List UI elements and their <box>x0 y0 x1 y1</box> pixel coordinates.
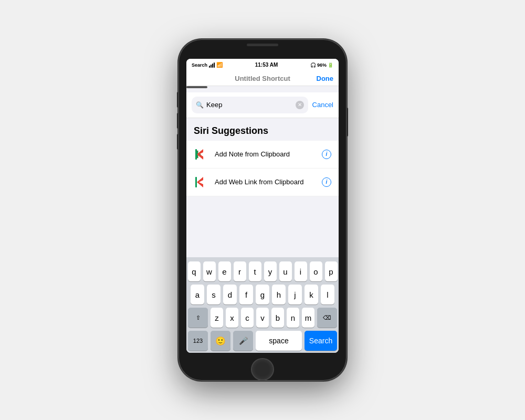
key-m[interactable]: m <box>302 308 314 328</box>
shift-key[interactable]: ⇧ <box>188 308 208 328</box>
emoji-key[interactable]: 🙂 <box>211 331 230 351</box>
numbers-key[interactable]: 123 <box>188 331 208 351</box>
key-v[interactable]: v <box>256 308 269 328</box>
search-button[interactable]: Search <box>304 331 337 351</box>
key-s[interactable]: s <box>207 285 220 304</box>
key-b[interactable]: b <box>271 308 284 328</box>
key-p[interactable]: p <box>325 261 338 281</box>
keyboard-row-4: 123 🙂 🎤 space Search <box>188 331 337 351</box>
key-r[interactable]: r <box>234 261 246 281</box>
search-status-text: Search <box>192 62 207 68</box>
keyboard-row-3: ⇧ z x c v b n m ⌫ <box>188 308 337 328</box>
keep-icon-2 <box>194 175 208 190</box>
keyboard: q w e r t y u i o p a s d f g h j k <box>186 257 339 353</box>
svg-rect-3 <box>195 149 197 160</box>
suggestion-text-2: Add Web Link from Clipboard <box>215 178 316 186</box>
key-h[interactable]: h <box>272 285 286 304</box>
keyboard-row-1: q w e r t y u i o p <box>188 261 337 281</box>
pull-handle <box>186 86 207 88</box>
nav-title: Untitled Shortcut <box>235 75 290 82</box>
microphone-key[interactable]: 🎤 <box>233 331 253 351</box>
phone-screen: Search 📶 11:53 AM 🎧 96% 🔋 Untitled Short… <box>186 59 339 353</box>
battery-percentage: 96% <box>317 62 327 68</box>
key-d[interactable]: d <box>223 285 237 304</box>
keep-icon-1: K K <box>194 147 208 162</box>
search-icon: 🔍 <box>196 101 204 109</box>
speaker <box>247 44 278 46</box>
search-query-text[interactable]: Keep <box>206 101 293 109</box>
svg-rect-6 <box>195 177 197 187</box>
key-i[interactable]: i <box>295 261 307 281</box>
key-g[interactable]: g <box>256 285 269 304</box>
suggestion-item-2[interactable]: Add Web Link from Clipboard i <box>186 169 339 196</box>
key-k[interactable]: k <box>304 285 318 304</box>
status-left: Search 📶 <box>192 62 223 68</box>
key-a[interactable]: a <box>191 285 204 304</box>
suggestion-text-1: Add Note from Clipboard <box>215 150 316 158</box>
status-bar: Search 📶 11:53 AM 🎧 96% 🔋 <box>186 59 339 71</box>
key-u[interactable]: u <box>279 261 292 281</box>
key-z[interactable]: z <box>211 308 223 328</box>
space-key[interactable]: space <box>256 331 302 351</box>
search-input-container[interactable]: 🔍 Keep ✕ <box>192 97 308 113</box>
home-button[interactable] <box>251 358 274 381</box>
key-j[interactable]: j <box>288 285 302 304</box>
keyboard-row-2: a s d f g h j k l <box>188 285 337 304</box>
key-c[interactable]: c <box>241 308 254 328</box>
headphones-icon: 🎧 <box>310 62 316 68</box>
key-w[interactable]: w <box>203 261 216 281</box>
content-area: Siri Suggestions K K Add Note from Clipb… <box>186 118 339 258</box>
search-clear-button[interactable]: ✕ <box>296 101 304 109</box>
key-q[interactable]: q <box>188 261 201 281</box>
suggestion-item-1[interactable]: K K Add Note from Clipboard i <box>186 141 339 169</box>
key-n[interactable]: n <box>287 308 299 328</box>
key-f[interactable]: f <box>239 285 253 304</box>
info-icon-2[interactable]: i <box>322 177 331 187</box>
battery-icon: 🔋 <box>328 62 333 68</box>
key-x[interactable]: x <box>226 308 238 328</box>
cancel-button[interactable]: Cancel <box>312 101 333 109</box>
info-icon-1[interactable]: i <box>322 150 331 159</box>
key-t[interactable]: t <box>249 261 261 281</box>
backspace-key[interactable]: ⌫ <box>317 308 337 328</box>
phone-device: Search 📶 11:53 AM 🎧 96% 🔋 Untitled Short… <box>178 39 346 381</box>
status-right: 🎧 96% 🔋 <box>310 62 333 68</box>
navigation-bar: Untitled Shortcut Done <box>186 71 339 86</box>
key-o[interactable]: o <box>310 261 322 281</box>
key-l[interactable]: l <box>321 285 334 304</box>
siri-suggestions-header: Siri Suggestions <box>186 118 339 141</box>
key-e[interactable]: e <box>218 261 231 281</box>
signal-bars <box>209 62 215 68</box>
key-y[interactable]: y <box>264 261 277 281</box>
wifi-icon: 📶 <box>216 62 223 68</box>
search-bar: 🔍 Keep ✕ Cancel <box>186 92 339 118</box>
done-button[interactable]: Done <box>317 75 334 82</box>
status-time: 11:53 AM <box>255 62 278 68</box>
